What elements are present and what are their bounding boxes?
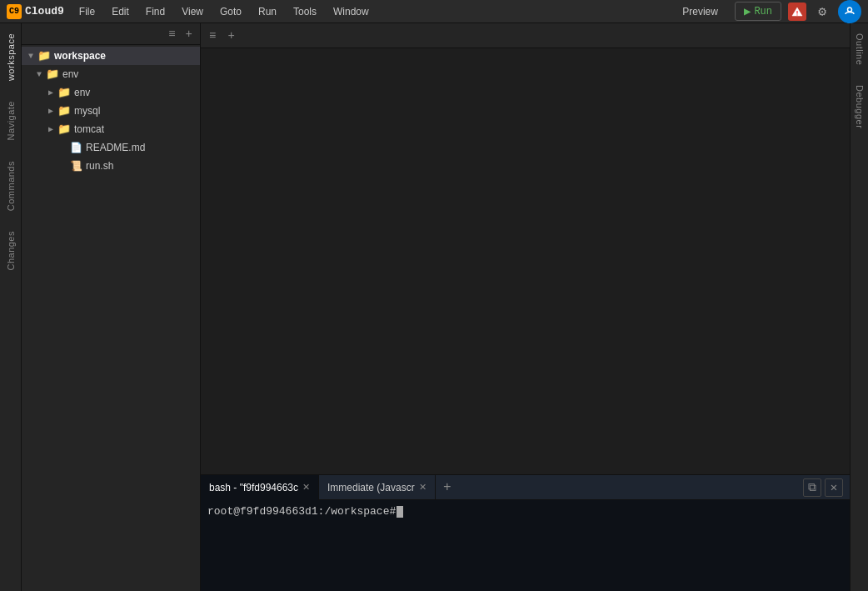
settings-icon[interactable]: ⚙ <box>813 3 831 21</box>
terminal-tab-bash-label: bash - "f9fd994663c <box>209 482 298 493</box>
app-name: Cloud9 <box>25 5 64 18</box>
tree-label-runsh: run.sh <box>83 160 113 172</box>
file-icon-readme: 📄 <box>68 142 83 154</box>
terminal-prompt: root@f9fd994663d1:/workspace# <box>207 505 843 518</box>
file-tree-menu-btn[interactable]: ≡ <box>166 28 177 41</box>
menu-file[interactable]: File <box>71 0 103 23</box>
tree-label-tomcat: tomcat <box>72 123 104 135</box>
terminal-tab-immediate-label: Immediate (Javascr <box>327 482 415 493</box>
terminal-tab-immediate-close[interactable]: ✕ <box>419 482 427 493</box>
menu-view[interactable]: View <box>173 0 212 23</box>
tree-item-tomcat[interactable]: ▶ 📁 tomcat <box>22 120 200 138</box>
file-tree-header: ≡ + <box>22 23 200 45</box>
tree-item-env1[interactable]: ▼ 📁 env <box>22 65 200 83</box>
sidebar-tab-commands[interactable]: Commands <box>2 151 20 221</box>
expand-arrow-env2: ▶ <box>45 88 57 98</box>
editor-menu-btn[interactable]: ≡ <box>206 28 219 44</box>
app-logo: C9 Cloud9 <box>0 4 71 19</box>
alert-icon[interactable] <box>788 3 806 21</box>
tree-label-env1: env <box>60 68 78 80</box>
right-tab-debugger[interactable]: Debugger <box>851 75 868 138</box>
folder-icon-mysql: 📁 <box>57 104 72 118</box>
menu-items: File Edit Find View Goto Run Tools Windo… <box>71 0 377 23</box>
editor-toolbar: ≡ + <box>201 23 850 48</box>
terminal-add-tab-btn[interactable]: + <box>436 475 459 500</box>
right-tab-outline[interactable]: Outline <box>851 23 868 75</box>
svg-rect-1 <box>797 14 798 15</box>
tree-label-workspace: workspace <box>52 50 106 62</box>
terminal-area: bash - "f9fd994663c ✕ Immediate (Javascr… <box>201 474 850 591</box>
file-tree-content: ▼ 📁 workspace ▼ 📁 env ▶ 📁 env ▶ <box>22 45 200 591</box>
menu-bar: C9 Cloud9 File Edit Find View Goto Run T… <box>0 0 868 23</box>
file-tree-panel: ≡ + ▼ 📁 workspace ▼ 📁 env ▶ 📁 <box>22 23 201 591</box>
menu-edit[interactable]: Edit <box>103 0 137 23</box>
user-avatar[interactable] <box>838 0 861 23</box>
svg-rect-0 <box>797 11 798 14</box>
terminal-controls: ⧉ ✕ <box>803 478 850 497</box>
main-area: workspace Navigate Commands Changes ≡ + … <box>0 23 868 591</box>
menu-run[interactable]: Run <box>250 0 285 23</box>
terminal-tab-bash-close[interactable]: ✕ <box>302 482 310 493</box>
menu-window[interactable]: Window <box>325 0 377 23</box>
editor-add-btn[interactable]: + <box>224 28 237 44</box>
tree-label-mysql: mysql <box>72 105 100 117</box>
tree-item-env2[interactable]: ▶ 📁 env <box>22 83 200 102</box>
left-sidebar-tabs: workspace Navigate Commands Changes <box>0 23 22 591</box>
svg-point-2 <box>848 8 852 12</box>
terminal-tabs: bash - "f9fd994663c ✕ Immediate (Javascr… <box>201 475 850 500</box>
terminal-cursor <box>397 506 403 518</box>
terminal-expand-btn[interactable]: ⧉ <box>803 478 821 497</box>
folder-icon-env2: 📁 <box>57 86 72 99</box>
tree-item-workspace[interactable]: ▼ 📁 workspace <box>22 47 200 65</box>
expand-arrow-mysql: ▶ <box>45 106 57 116</box>
menu-goto[interactable]: Goto <box>212 0 250 23</box>
file-tree-add-btn[interactable]: + <box>183 28 195 41</box>
run-icon: ▶ <box>744 4 751 18</box>
cloud9-logo-icon: C9 <box>7 4 22 19</box>
terminal-tab-bash[interactable]: bash - "f9fd994663c ✕ <box>201 475 319 500</box>
terminal-tab-immediate[interactable]: Immediate (Javascr ✕ <box>319 475 436 500</box>
folder-icon-workspace: 📁 <box>37 49 52 63</box>
menu-right: Preview ▶ Run ⚙ <box>672 0 868 23</box>
menu-find[interactable]: Find <box>137 0 173 23</box>
file-icon-runsh: 📜 <box>68 160 83 173</box>
terminal-prompt-text: root@f9fd994663d1:/workspace# <box>207 505 396 518</box>
tree-item-mysql[interactable]: ▶ 📁 mysql <box>22 102 200 120</box>
tree-item-runsh[interactable]: 📜 run.sh <box>22 157 200 175</box>
expand-arrow-tomcat: ▶ <box>45 124 57 134</box>
tree-label-env2: env <box>72 87 90 98</box>
run-button[interactable]: ▶ Run <box>735 2 781 21</box>
terminal-content[interactable]: root@f9fd994663d1:/workspace# <box>201 500 850 591</box>
folder-icon-env1: 📁 <box>45 68 60 81</box>
tree-label-readme: README.md <box>83 142 145 153</box>
folder-icon-tomcat: 📁 <box>57 123 72 136</box>
tree-item-readme[interactable]: 📄 README.md <box>22 138 200 157</box>
sidebar-tab-navigate[interactable]: Navigate <box>2 91 20 150</box>
terminal-close-btn[interactable]: ✕ <box>825 478 843 497</box>
right-sidebar-tabs: Outline Debugger <box>850 23 868 591</box>
editor-content[interactable] <box>201 48 850 474</box>
sidebar-tab-changes[interactable]: Changes <box>2 221 20 281</box>
expand-arrow-env1: ▼ <box>33 70 45 79</box>
sidebar-tab-workspace[interactable]: workspace <box>2 23 20 91</box>
preview-button[interactable]: Preview <box>672 4 728 19</box>
menu-tools[interactable]: Tools <box>285 0 325 23</box>
editor-area: ≡ + <box>201 23 850 474</box>
run-label: Run <box>754 6 772 18</box>
expand-arrow-workspace: ▼ <box>25 52 37 61</box>
